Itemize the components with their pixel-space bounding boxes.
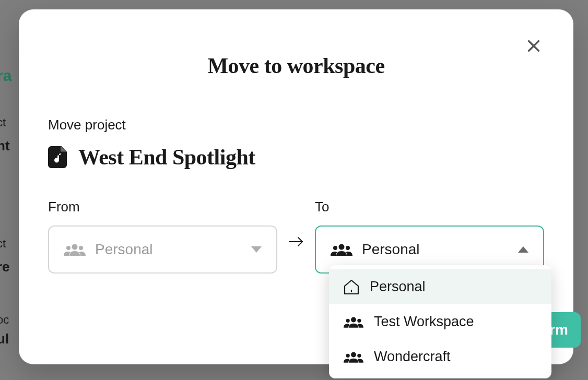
from-column: From Personal	[48, 199, 277, 274]
svg-point-10	[351, 317, 356, 322]
project-row: West End Spotlight	[48, 145, 544, 170]
to-label: To	[315, 199, 544, 215]
chevron-up-icon	[518, 246, 528, 253]
close-button[interactable]	[523, 35, 544, 56]
svg-point-13	[351, 352, 356, 357]
arrow-right-icon	[289, 236, 303, 247]
svg-point-15	[357, 353, 361, 357]
bg-text: ct	[0, 116, 6, 129]
people-icon	[344, 350, 363, 364]
from-label: From	[48, 199, 277, 215]
audio-file-icon	[48, 146, 67, 168]
bg-text: ul	[0, 331, 9, 347]
svg-point-6	[339, 244, 345, 250]
bg-text: ct	[0, 237, 6, 251]
dropdown-option-label: Personal	[370, 279, 426, 295]
move-row: From Personal	[48, 199, 544, 274]
people-icon	[344, 315, 363, 329]
modal-title: Move to workspace	[48, 53, 544, 78]
svg-point-11	[346, 318, 350, 322]
svg-point-2	[72, 244, 78, 250]
from-select-value: Personal	[95, 241, 242, 258]
bg-text: ht	[0, 138, 10, 154]
close-icon	[525, 38, 542, 54]
arrow-column	[289, 199, 303, 247]
dropdown-option-label: Wondercraft	[374, 349, 451, 365]
svg-point-12	[357, 318, 361, 322]
house-icon	[344, 279, 359, 295]
dropdown-option-wondercraft[interactable]: Wondercraft	[329, 339, 551, 374]
workspace-dropdown: Personal Test Workspace Wondercraft	[329, 265, 551, 378]
people-icon	[64, 243, 86, 256]
to-select-value: Personal	[362, 241, 509, 258]
bg-text: re	[0, 259, 10, 275]
to-column: To Personal	[315, 199, 544, 274]
people-icon	[331, 243, 352, 256]
svg-point-7	[333, 246, 337, 250]
dropdown-option-personal[interactable]: Personal	[329, 269, 551, 304]
move-project-label: Move project	[48, 117, 544, 133]
chevron-down-icon	[251, 246, 262, 253]
from-select: Personal	[48, 225, 277, 274]
project-name: West End Spotlight	[78, 145, 255, 170]
dropdown-option-label: Test Workspace	[374, 314, 474, 330]
bg-text: oc	[0, 313, 9, 327]
dropdown-option-test-workspace[interactable]: Test Workspace	[329, 304, 551, 339]
svg-point-8	[346, 246, 350, 250]
svg-point-4	[79, 246, 83, 250]
svg-point-3	[66, 246, 70, 250]
svg-point-14	[346, 353, 350, 357]
bg-text: ra	[0, 67, 11, 85]
